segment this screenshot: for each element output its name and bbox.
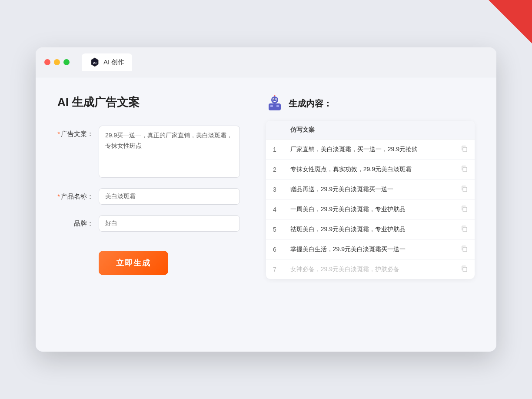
browser-window: AI AI 创作 AI 生成广告文案 *广告文案： 29.9买一送一，真正的厂家… <box>36 47 496 352</box>
svg-text:AI: AI <box>93 61 96 65</box>
main-content: AI 生成广告文案 *广告文案： 29.9买一送一，真正的厂家直销，美白淡斑霜，… <box>36 77 496 296</box>
ai-tab-icon: AI <box>90 57 100 67</box>
copy-cell <box>454 200 475 219</box>
svg-point-11 <box>274 95 276 96</box>
row-number: 1 <box>266 140 283 160</box>
row-text: 厂家直销，美白淡斑霜，买一送一，29.9元抢购 <box>283 140 454 160</box>
product-name-label: *产品名称： <box>57 188 99 201</box>
titlebar: AI AI 创作 <box>36 47 496 77</box>
close-button[interactable] <box>44 59 50 65</box>
svg-rect-17 <box>463 247 467 252</box>
copy-icon[interactable] <box>461 145 468 152</box>
svg-rect-14 <box>463 187 467 192</box>
svg-point-6 <box>276 99 276 100</box>
ad-copy-row: *广告文案： 29.9买一送一，真正的厂家直销，美白淡斑霜，专抹女性斑点 <box>57 126 240 178</box>
ad-copy-label: *广告文案： <box>57 126 99 138</box>
table-row: 5祛斑美白，29.9元美白淡斑霜，专业护肤品 <box>266 219 475 239</box>
tab-label: AI 创作 <box>103 58 124 66</box>
svg-rect-12 <box>463 147 467 152</box>
required-marker: * <box>57 130 60 137</box>
svg-rect-9 <box>276 105 279 107</box>
required-marker-2: * <box>57 193 60 200</box>
row-number: 5 <box>266 219 283 239</box>
copy-cell <box>454 259 475 279</box>
svg-rect-16 <box>463 227 467 232</box>
svg-rect-15 <box>463 207 467 212</box>
row-number: 7 <box>266 259 283 279</box>
table-row: 4一周美白，29.9元美白淡斑霜，专业护肤品 <box>266 200 475 219</box>
svg-rect-13 <box>463 167 467 172</box>
copy-icon[interactable] <box>461 245 468 252</box>
svg-rect-7 <box>269 103 281 110</box>
result-title: 生成内容： <box>289 98 332 110</box>
table-row: 2专抹女性斑点，真实功效，29.9元美白淡斑霜 <box>266 160 475 180</box>
brand-row: 品牌： <box>57 215 240 232</box>
row-number: 3 <box>266 180 283 200</box>
col-text: 仿写文案 <box>283 121 454 140</box>
table-row: 6掌握美白生活，29.9元美白淡斑霜买一送一 <box>266 239 475 259</box>
robot-icon <box>266 95 283 112</box>
copy-icon[interactable] <box>461 185 468 192</box>
row-text: 一周美白，29.9元美白淡斑霜，专业护肤品 <box>283 200 454 219</box>
copy-icon[interactable] <box>461 205 468 212</box>
row-text: 专抹女性斑点，真实功效，29.9元美白淡斑霜 <box>283 160 454 180</box>
row-text: 祛斑美白，29.9元美白淡斑霜，专业护肤品 <box>283 219 454 239</box>
svg-rect-8 <box>270 105 273 107</box>
brand-label: 品牌： <box>57 215 99 228</box>
copy-cell <box>454 160 475 180</box>
page-title: AI 生成广告文案 <box>57 95 240 110</box>
product-name-row: *产品名称： <box>57 188 240 205</box>
maximize-button[interactable] <box>63 59 70 65</box>
table-row: 1厂家直销，美白淡斑霜，买一送一，29.9元抢购 <box>266 140 475 160</box>
svg-point-2 <box>271 96 278 103</box>
copy-cell <box>454 239 475 259</box>
copy-icon[interactable] <box>461 165 468 172</box>
row-text: 赠品再送，29.9元美白淡斑霜买一送一 <box>283 180 454 200</box>
copy-icon[interactable] <box>461 225 468 232</box>
copy-icon[interactable] <box>461 265 468 272</box>
row-number: 6 <box>266 239 283 259</box>
generate-button[interactable]: 立即生成 <box>99 251 168 275</box>
svg-point-5 <box>273 99 274 100</box>
brand-input[interactable] <box>99 215 240 232</box>
ad-copy-input[interactable]: 29.9买一送一，真正的厂家直销，美白淡斑霜，专抹女性斑点 <box>99 126 240 178</box>
table-row: 7女神必备，29.9元美白淡斑霜，护肤必备 <box>266 259 475 279</box>
copy-cell <box>454 219 475 239</box>
svg-rect-18 <box>463 267 467 272</box>
traffic-lights <box>44 59 70 65</box>
copy-cell <box>454 180 475 200</box>
result-table: 仿写文案 1厂家直销，美白淡斑霜，买一送一，29.9元抢购 2专抹女性斑点，真实… <box>266 121 475 279</box>
right-panel: 生成内容： 仿写文案 1厂家直销，美白淡斑霜，买一送一，29.9元抢购 2专抹女… <box>266 95 475 279</box>
minimize-button[interactable] <box>54 59 60 65</box>
product-name-input[interactable] <box>99 188 240 205</box>
table-row: 3赠品再送，29.9元美白淡斑霜买一送一 <box>266 180 475 200</box>
col-copy <box>454 121 475 140</box>
row-number: 4 <box>266 200 283 219</box>
left-panel: AI 生成广告文案 *广告文案： 29.9买一送一，真正的厂家直销，美白淡斑霜，… <box>57 95 240 279</box>
row-number: 2 <box>266 160 283 180</box>
tab-ai-create[interactable]: AI AI 创作 <box>82 53 132 71</box>
copy-cell <box>454 140 475 160</box>
col-num <box>266 121 283 140</box>
result-header: 生成内容： <box>266 95 475 112</box>
row-text: 女神必备，29.9元美白淡斑霜，护肤必备 <box>283 259 454 279</box>
row-text: 掌握美白生活，29.9元美白淡斑霜买一送一 <box>283 239 454 259</box>
